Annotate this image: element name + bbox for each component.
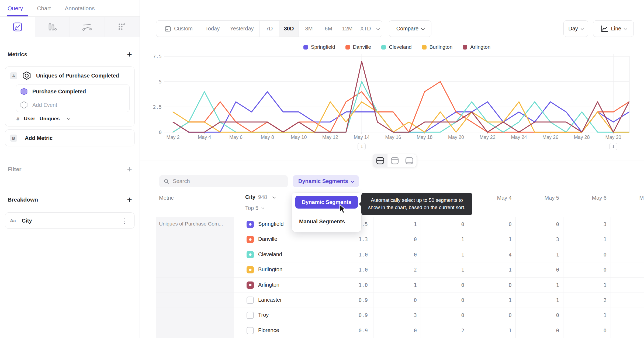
segments-mode-button[interactable]: Dynamic Segments: [293, 175, 359, 187]
add-metric-plus-button[interactable]: +: [127, 52, 132, 57]
segment-name: Springfield: [258, 221, 284, 227]
range-6m-button[interactable]: 6M: [319, 21, 338, 37]
menu-item-manual-segments[interactable]: Manual Segments: [299, 219, 345, 225]
chart-style-button[interactable]: Line: [593, 20, 634, 37]
avg-value: 0.9: [333, 297, 368, 303]
range-today-button[interactable]: Today: [201, 21, 224, 37]
chart-type-bar-button[interactable]: [35, 17, 70, 37]
measure-selector[interactable]: # User Uniques: [16, 116, 70, 122]
avg-value: 1.3: [333, 236, 368, 242]
segment-name: Arlington: [258, 282, 279, 288]
col-header-date: May 6: [566, 195, 607, 201]
cell-value: 1: [382, 282, 417, 288]
property-type-icon: Aa: [10, 218, 16, 224]
range-yesterday-button[interactable]: Yesterday: [224, 21, 260, 37]
range-30d-button[interactable]: 30D: [279, 21, 299, 37]
segment-name: Florence: [258, 327, 279, 333]
event-name: Purchase Completed: [32, 89, 86, 95]
chart-type-flow-button[interactable]: [70, 17, 105, 37]
cell-value: 0: [524, 312, 559, 318]
segment-name: Danville: [258, 236, 277, 242]
range-label: 3M: [305, 26, 313, 32]
segment-checkbox[interactable]: [247, 251, 254, 258]
cell-value: 1: [382, 221, 417, 227]
breakdown-city-card[interactable]: Aa City ⋮: [5, 212, 135, 229]
compare-button[interactable]: Compare: [389, 20, 431, 37]
range-label: XTD: [360, 26, 371, 32]
cell-value: 0: [429, 312, 464, 318]
col-header-city[interactable]: City948: [245, 194, 275, 200]
chart-type-grid-button[interactable]: [105, 17, 140, 37]
divider: [156, 262, 644, 262]
range-label: Yesterday: [230, 26, 254, 32]
metric-card-a[interactable]: A Uniques of Purchase Completed Purchase…: [5, 66, 135, 126]
range-label: 30D: [284, 26, 294, 32]
annotation-badge[interactable]: 1: [358, 143, 366, 150]
event-row[interactable]: Purchase Completed: [16, 85, 129, 98]
metric-card-b[interactable]: B Add Metric: [5, 129, 135, 146]
split-view-icon: [376, 157, 385, 165]
range-12m-button[interactable]: 12M: [338, 21, 357, 37]
range-label: 12M: [342, 26, 353, 32]
segment-name: Lancaster: [258, 297, 282, 303]
menu-item-dynamic-segments[interactable]: Dynamic Segments: [295, 196, 358, 209]
range-custom-button[interactable]: Custom: [156, 21, 201, 37]
segment-checkbox[interactable]: [247, 266, 254, 273]
kebab-menu-icon[interactable]: ⋮: [121, 217, 128, 225]
tab-query[interactable]: Query: [8, 5, 23, 12]
chart-type-segmentation-button[interactable]: [0, 17, 35, 37]
avg-value: 1.0: [333, 252, 368, 258]
segment-checkbox[interactable]: [247, 236, 254, 243]
event-group: Purchase Completed Add Event: [16, 84, 130, 112]
tab-chart[interactable]: Chart: [37, 5, 51, 12]
metric-letter-badge: A: [10, 72, 17, 79]
segment-checkbox[interactable]: [247, 281, 254, 289]
x-axis-tick: May 24: [504, 135, 534, 140]
cell-value: 2: [429, 328, 464, 333]
flow-chart-icon: [81, 22, 93, 32]
segment-checkbox[interactable]: [247, 297, 254, 304]
line-chart[interactable]: [140, 38, 644, 151]
search-input[interactable]: [173, 178, 283, 184]
cell-value: 0: [429, 282, 464, 288]
range-7d-button[interactable]: 7D: [260, 21, 279, 37]
layout-split-button[interactable]: [373, 154, 387, 167]
segment-name: Troy: [258, 312, 269, 318]
range-label: Custom: [174, 26, 193, 32]
cell-value: 0: [572, 252, 607, 258]
divider: [156, 323, 644, 323]
cell-value: 1: [572, 236, 607, 242]
y-axis-tick: 0: [140, 129, 162, 135]
measure-uniques-label: Uniques: [40, 116, 60, 122]
range-xtd-button[interactable]: XTD: [357, 21, 382, 37]
add-event-row[interactable]: Add Event: [16, 98, 129, 112]
tab-annotations[interactable]: Annotations: [65, 5, 95, 12]
range-label: 7D: [266, 26, 273, 32]
y-axis-tick: 5: [140, 79, 162, 84]
layout-top-button[interactable]: [387, 154, 402, 167]
cell-value: 0: [477, 312, 512, 318]
segment-checkbox[interactable]: [247, 312, 254, 319]
metrics-heading: Metrics: [8, 51, 27, 58]
segment-checkbox[interactable]: [247, 327, 254, 334]
range-3m-button[interactable]: 3M: [299, 21, 319, 37]
cell-value: 1: [477, 297, 512, 303]
add-breakdown-plus-button[interactable]: +: [127, 197, 132, 202]
segmentation-chart-icon: [12, 22, 23, 32]
tooltip-text: Automatically select up to 50 segments t…: [368, 197, 466, 210]
top-n-selector[interactable]: Top 5: [245, 205, 263, 211]
bar-chart-icon: [47, 22, 58, 32]
segment-checkbox[interactable]: [247, 221, 254, 228]
cell-value: 1: [477, 236, 512, 242]
add-filter-plus-button[interactable]: +: [127, 167, 132, 172]
cell-value: 1: [477, 267, 512, 273]
bottom-panel-icon: [405, 157, 414, 165]
filter-header: Filter +: [8, 166, 132, 172]
annotation-badge[interactable]: 1: [609, 143, 617, 150]
x-axis-tick: May 16: [378, 135, 408, 140]
layout-bottom-button[interactable]: [402, 154, 417, 167]
granularity-button[interactable]: Day: [563, 20, 588, 37]
segment-search: [159, 175, 288, 187]
cell-value: 1: [572, 282, 607, 288]
add-metric-label: Add Metric: [25, 135, 53, 141]
